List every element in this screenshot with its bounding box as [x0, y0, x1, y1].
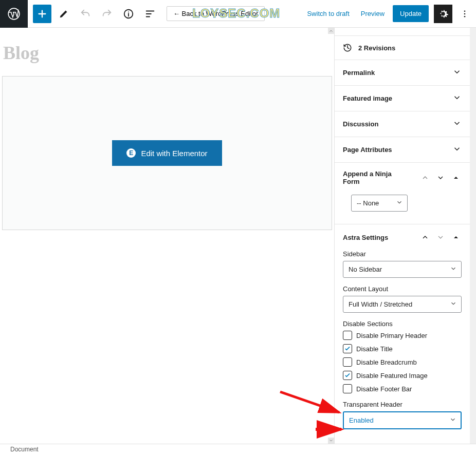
page-title: Blog [0, 28, 334, 76]
elementor-button-label: Edit with Elementor [141, 149, 207, 158]
undo-button[interactable] [76, 5, 95, 23]
content-layout-label: Content Layout [343, 285, 462, 293]
edit-mode-button[interactable] [54, 5, 73, 23]
caret-up-icon[interactable] [450, 172, 462, 183]
scroll-up-icon[interactable] [328, 28, 334, 34]
checkbox-unchecked[interactable] [343, 384, 352, 393]
chevron-down-icon [452, 144, 462, 155]
chevron-down-icon [452, 119, 462, 129]
status-document-label: Document [10, 446, 39, 453]
outline-button[interactable] [141, 5, 159, 23]
history-icon [343, 43, 352, 52]
back-to-wp-editor-button[interactable]: ← Back to WordPress Editor [167, 6, 265, 21]
checkbox-unchecked[interactable] [343, 357, 352, 367]
panel-permalink[interactable]: Permalink [335, 60, 470, 86]
chevron-up-icon[interactable] [419, 232, 431, 243]
chevron-up-icon[interactable] [419, 172, 431, 183]
disable-sections-label: Disable Sections [343, 320, 462, 328]
settings-gear-button[interactable] [434, 5, 452, 23]
svg-point-2 [128, 11, 129, 12]
chevron-down-icon [452, 67, 462, 78]
status-bar: Document [0, 444, 476, 455]
add-block-button[interactable] [33, 5, 51, 23]
svg-point-5 [464, 15, 466, 17]
svg-point-3 [464, 10, 466, 12]
panel-page-attributes[interactable]: Page Attributes [335, 137, 470, 163]
chevron-down-icon[interactable] [435, 232, 446, 243]
check-disable-primary-header[interactable]: Disable Primary Header [343, 331, 462, 340]
redo-button[interactable] [98, 5, 116, 23]
switch-to-draft-button[interactable]: Switch to draft [304, 6, 352, 22]
sidebar-select-label: Sidebar [343, 250, 462, 258]
checkbox-checked[interactable] [343, 344, 352, 353]
settings-sidebar: 2 Revisions Permalink Featured image Dis… [334, 28, 470, 444]
chevron-down-icon [449, 416, 456, 425]
transparent-header-select[interactable]: Enabled [343, 411, 462, 429]
svg-point-4 [464, 13, 466, 14]
revisions-label: 2 Revisions [358, 44, 395, 52]
panel-featured-image[interactable]: Featured image [335, 86, 470, 111]
caret-up-icon[interactable] [450, 232, 462, 243]
chevron-down-icon [396, 199, 403, 207]
chevron-down-icon [450, 300, 457, 309]
scroll-down-icon[interactable] [328, 438, 334, 444]
edit-with-elementor-button[interactable]: E Edit with Elementor [112, 140, 222, 166]
more-options-button[interactable] [457, 5, 472, 23]
sidebar-scrollbar[interactable] [470, 28, 476, 444]
check-disable-featured-image[interactable]: Disable Featured Image [343, 371, 462, 380]
checkbox-checked[interactable] [343, 371, 352, 380]
preview-button[interactable]: Preview [358, 6, 388, 22]
chevron-down-icon[interactable] [435, 172, 446, 183]
ninja-form-select[interactable]: -- None [351, 195, 408, 212]
panel-discussion[interactable]: Discussion [335, 111, 470, 137]
transparent-header-label: Transparent Header [343, 401, 462, 408]
check-disable-title[interactable]: Disable Title [343, 344, 462, 353]
editor-canvas: Blog E Edit with Elementor [0, 28, 334, 444]
elementor-icon: E [126, 148, 136, 158]
panel-append-ninja-form[interactable]: Append a Ninja Form [335, 163, 470, 193]
chevron-down-icon [450, 265, 457, 274]
sidebar-select[interactable]: No Sidebar [343, 261, 462, 278]
check-disable-footer-bar[interactable]: Disable Footer Bar [343, 384, 462, 393]
checkbox-unchecked[interactable] [343, 331, 352, 340]
content-layout-select[interactable]: Full Width / Stretched [343, 296, 462, 313]
panel-astra-settings[interactable]: Astra Settings [335, 224, 470, 250]
elementor-placeholder: E Edit with Elementor [2, 76, 332, 230]
info-button[interactable] [119, 5, 138, 23]
chevron-down-icon [452, 93, 462, 104]
revisions-row[interactable]: 2 Revisions [335, 36, 470, 60]
update-button[interactable]: Update [393, 5, 429, 22]
wordpress-logo[interactable] [0, 0, 28, 28]
check-disable-breadcrumb[interactable]: Disable Breadcrumb [343, 357, 462, 367]
